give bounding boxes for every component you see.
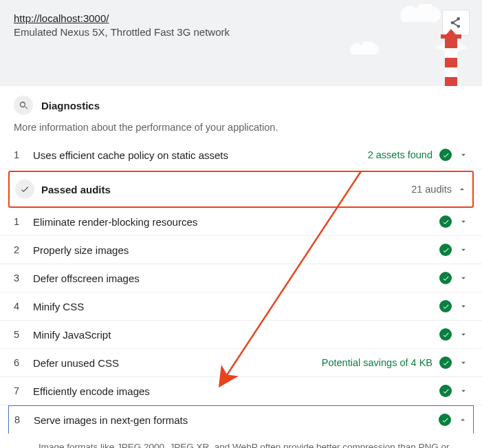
pass-icon (439, 356, 452, 369)
pass-icon (439, 300, 452, 312)
passed-audits-count: 21 audits (411, 184, 452, 195)
audit-label: Serve images in next-gen formats (34, 414, 439, 426)
svg-rect-3 (445, 77, 457, 86)
chevron-down-icon (459, 301, 468, 311)
audit-index: 7 (14, 385, 33, 396)
chevron-down-icon (459, 358, 468, 367)
audit-label: Minify CSS (33, 301, 439, 312)
audit-index: 4 (14, 301, 33, 312)
audit-row[interactable]: 1 Uses efficient cache policy on static … (0, 141, 482, 169)
audit-index: 1 (14, 216, 33, 227)
audit-label: Efficiently encode images (33, 385, 439, 397)
pass-icon (439, 328, 452, 341)
audit-info: 2 assets found (368, 149, 432, 160)
audit-row[interactable]: 2Properly size images (0, 236, 482, 264)
audit-description: Image formats like JPEG 2000, JPEG XR, a… (0, 434, 482, 448)
lighthouse-illustration (427, 21, 475, 86)
passed-audits-toggle[interactable]: Passed audits 21 audits (10, 172, 472, 206)
svg-rect-5 (441, 34, 461, 39)
pass-icon (439, 215, 452, 228)
svg-rect-1 (445, 39, 457, 48)
audit-row[interactable]: 7Efficiently encode images (0, 377, 482, 405)
chevron-down-icon (459, 217, 468, 226)
audit-label: Eliminate render-blocking resources (33, 216, 439, 228)
audit-index: 2 (14, 244, 33, 255)
audit-label: Properly size images (33, 244, 439, 256)
pass-icon (439, 385, 452, 397)
audit-index: 5 (14, 329, 33, 340)
diagnostics-section-header: Diagnostics (0, 86, 482, 118)
chevron-down-icon (459, 273, 468, 283)
pass-icon (439, 149, 452, 161)
audit-index: 1 (14, 149, 33, 160)
chevron-up-icon (457, 184, 467, 194)
search-icon (14, 96, 33, 115)
pass-icon (439, 244, 452, 256)
diagnostics-subtitle: More information about the performance o… (0, 118, 482, 141)
audit-label: Minify JavaScript (33, 329, 439, 341)
audit-label: Defer offscreen images (33, 273, 439, 284)
pass-icon (439, 272, 452, 284)
audit-info: Potential savings of 4 KB (322, 357, 432, 368)
check-icon (15, 180, 34, 199)
chevron-up-icon (458, 415, 468, 425)
passed-audits-list: 1Eliminate render-blocking resources2Pro… (0, 208, 482, 434)
chevron-down-icon (459, 386, 468, 396)
passed-audits-highlight-box: Passed audits 21 audits (8, 171, 474, 208)
audit-row[interactable]: 5Minify JavaScript (0, 321, 482, 349)
audit-row[interactable]: 6Defer unused CSSPotential savings of 4 … (0, 349, 482, 377)
cloud-decoration (393, 4, 441, 22)
environment-label: Emulated Nexus 5X, Throttled Fast 3G net… (14, 26, 468, 38)
audit-index: 3 (14, 273, 33, 284)
audit-label: Defer unused CSS (33, 357, 322, 369)
audit-row[interactable]: 8Serve images in next-gen formats (8, 405, 474, 434)
audit-index: 6 (14, 357, 33, 368)
report-url[interactable]: http://localhost:3000/ (14, 12, 109, 24)
audit-index: 8 (14, 414, 34, 425)
svg-rect-2 (445, 58, 457, 67)
audit-label: Uses efficient cache policy on static as… (33, 149, 368, 161)
diagnostics-title: Diagnostics (41, 100, 100, 111)
cloud-decoration (344, 41, 379, 55)
audit-row[interactable]: 4Minify CSS (0, 292, 482, 321)
chevron-down-icon (459, 150, 468, 160)
audit-description-text: Image formats like JPEG 2000, JPEG XR, a… (39, 442, 450, 448)
report-header: http://localhost:3000/ Emulated Nexus 5X… (0, 0, 482, 86)
audit-row[interactable]: 1Eliminate render-blocking resources (0, 208, 482, 236)
chevron-down-icon (459, 330, 468, 339)
pass-icon (439, 414, 451, 426)
passed-audits-title: Passed audits (41, 184, 411, 195)
audit-row[interactable]: 3Defer offscreen images (0, 264, 482, 292)
chevron-down-icon (459, 245, 468, 255)
